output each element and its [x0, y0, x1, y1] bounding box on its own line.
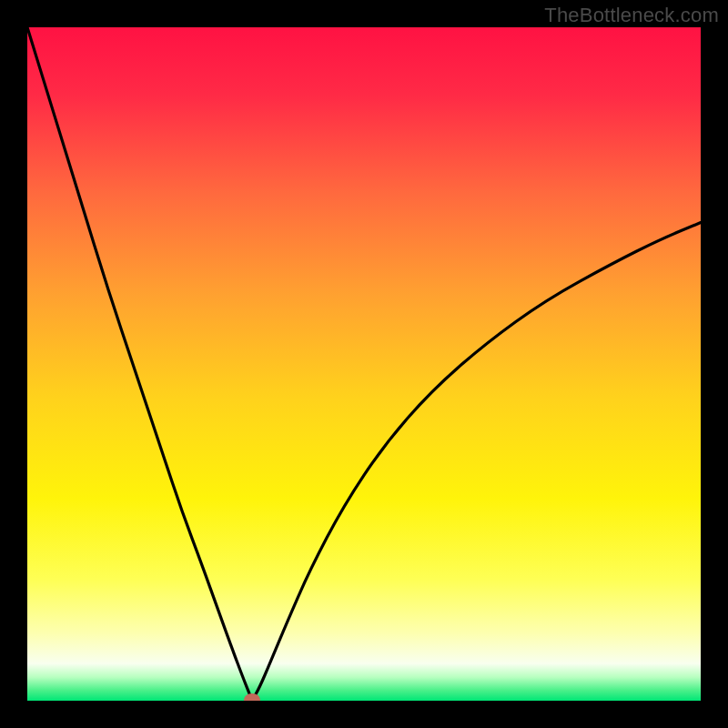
plot-area: [27, 27, 701, 701]
optimal-point-marker: [244, 693, 260, 701]
watermark-text: TheBottleneck.com: [544, 4, 719, 27]
bottleneck-curve: [27, 27, 701, 701]
chart-frame: TheBottleneck.com: [0, 0, 728, 728]
